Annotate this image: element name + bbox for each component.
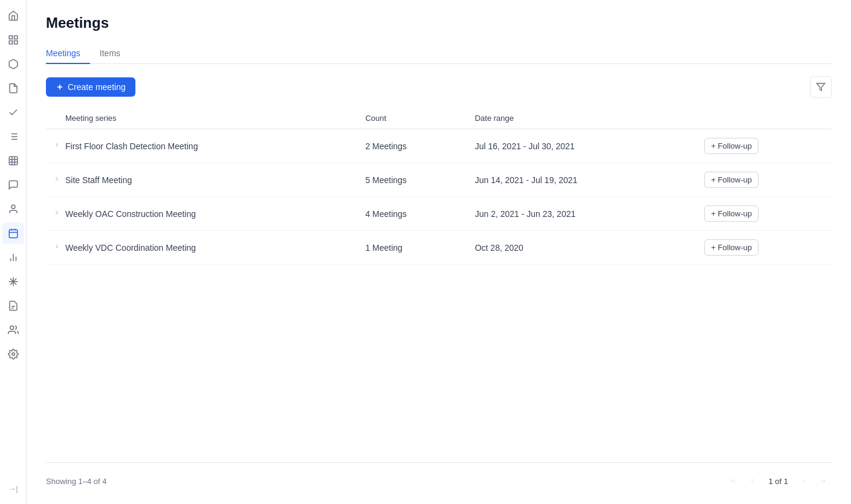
list-icon[interactable]: [2, 126, 24, 147]
calendar-icon[interactable]: [2, 222, 24, 244]
meeting-date-range: Jun 2, 2021 - Jun 23, 2021: [468, 197, 697, 231]
svg-rect-0: [9, 36, 12, 39]
meeting-count: 5 Meetings: [358, 163, 467, 197]
next-page-button[interactable]: [795, 473, 812, 489]
svg-rect-1: [14, 36, 17, 39]
meeting-count: 4 Meetings: [358, 197, 467, 231]
meetings-table: Meeting series Count Date range First Fl…: [46, 108, 832, 265]
showing-text: Showing 1–4 of 4: [46, 477, 106, 486]
meeting-count: 2 Meetings: [358, 129, 467, 163]
table-row: Weekly VDC Coordination Meeting 1 Meetin…: [46, 231, 832, 265]
row-expand-icon[interactable]: [53, 243, 60, 252]
create-meeting-label: Create meeting: [68, 82, 126, 92]
col-header-count: Count: [358, 108, 467, 129]
svg-point-23: [10, 326, 13, 329]
page-indicator: 1 of 1: [763, 477, 793, 486]
first-page-button[interactable]: [725, 473, 742, 489]
check-icon[interactable]: [2, 102, 24, 123]
tab-items[interactable]: Items: [90, 44, 130, 64]
meeting-date-range: Jul 16, 2021 - Jul 30, 2021: [468, 129, 697, 163]
svg-marker-27: [817, 83, 824, 91]
toolbar: Create meeting: [46, 76, 832, 98]
table-row: Site Staff Meeting 5 Meetings Jun 14, 20…: [46, 163, 832, 197]
meeting-action-cell: + Follow-up: [697, 197, 832, 231]
meeting-action-cell: + Follow-up: [697, 231, 832, 265]
meeting-name-cell: Weekly VDC Coordination Meeting: [46, 231, 358, 265]
meeting-action-cell: + Follow-up: [697, 129, 832, 163]
plus-icon: [56, 83, 64, 91]
meeting-name-cell: Weekly OAC Construction Meeting: [46, 197, 358, 231]
row-expand-icon[interactable]: [53, 175, 60, 184]
snowflake-icon[interactable]: [2, 271, 24, 292]
document-icon[interactable]: [2, 77, 24, 99]
meeting-name: Weekly VDC Coordination Meeting: [65, 243, 196, 253]
reports-icon[interactable]: [2, 295, 24, 317]
sidebar: →|: [0, 0, 27, 504]
svg-rect-12: [9, 230, 18, 238]
create-meeting-button[interactable]: Create meeting: [46, 77, 135, 97]
collapse-icon[interactable]: →|: [2, 477, 24, 499]
pagination-controls: 1 of 1: [725, 473, 832, 489]
box-icon[interactable]: [2, 53, 24, 75]
follow-up-button[interactable]: + Follow-up: [704, 239, 759, 256]
meeting-name: Site Staff Meeting: [65, 175, 132, 185]
team-icon[interactable]: [2, 319, 24, 341]
main-content: Meetings Meetings Items Create meeting M…: [27, 0, 851, 504]
follow-up-button[interactable]: + Follow-up: [704, 205, 759, 222]
tabs: Meetings Items: [46, 44, 832, 64]
grid-icon[interactable]: [2, 29, 24, 51]
page-title: Meetings: [46, 15, 832, 31]
col-header-name: Meeting series: [46, 108, 358, 129]
comment-icon[interactable]: [2, 174, 24, 196]
svg-point-11: [11, 205, 15, 208]
home-icon[interactable]: [2, 5, 24, 27]
follow-up-button[interactable]: + Follow-up: [704, 172, 759, 188]
meeting-date-range: Oct 28, 2020: [468, 231, 697, 265]
svg-rect-2: [9, 41, 12, 44]
last-page-button[interactable]: [815, 473, 832, 489]
meeting-name: Weekly OAC Construction Meeting: [65, 209, 196, 219]
analytics-icon[interactable]: [2, 247, 24, 268]
col-header-date-range: Date range: [468, 108, 697, 129]
meeting-name-cell: First Floor Clash Detection Meeting: [46, 129, 358, 163]
meeting-date-range: Jun 14, 2021 - Jul 19, 2021: [468, 163, 697, 197]
tab-meetings[interactable]: Meetings: [46, 44, 90, 64]
person-icon[interactable]: [2, 198, 24, 220]
svg-rect-10: [9, 157, 18, 165]
prev-page-button[interactable]: [744, 473, 761, 489]
meeting-action-cell: + Follow-up: [697, 163, 832, 197]
chart-icon[interactable]: [2, 150, 24, 172]
meeting-name-cell: Site Staff Meeting: [46, 163, 358, 197]
follow-up-button[interactable]: + Follow-up: [704, 138, 759, 154]
meeting-name: First Floor Clash Detection Meeting: [65, 141, 198, 151]
svg-point-24: [11, 353, 15, 356]
col-header-action: [697, 108, 832, 129]
table-row: Weekly OAC Construction Meeting 4 Meetin…: [46, 197, 832, 231]
filter-icon: [816, 82, 826, 92]
filter-button[interactable]: [810, 76, 832, 98]
settings-icon[interactable]: [2, 343, 24, 365]
row-expand-icon[interactable]: [53, 209, 60, 218]
row-expand-icon[interactable]: [53, 141, 60, 150]
meeting-count: 1 Meeting: [358, 231, 467, 265]
meetings-table-container: Meeting series Count Date range First Fl…: [46, 108, 832, 457]
table-row: First Floor Clash Detection Meeting 2 Me…: [46, 129, 832, 163]
pagination-row: Showing 1–4 of 4 1 of 1: [46, 462, 832, 489]
svg-rect-3: [14, 41, 17, 44]
